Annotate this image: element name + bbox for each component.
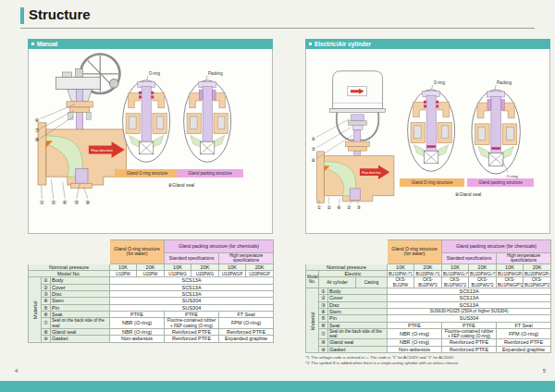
table-row: ⑨GasketNon-asbestosReinforced PTFEExpand…	[306, 346, 551, 352]
table-cell: 20K	[469, 263, 497, 270]
page-number-right: 5	[543, 368, 546, 374]
electric-packing-detail-drawing: Packing O-ring	[471, 79, 523, 180]
table-cell: ③	[319, 301, 328, 308]
table-cell: Non-asbestos	[110, 336, 165, 342]
table-cell: FPM (O-ring)	[219, 318, 274, 329]
table-cell: SCS13A	[110, 277, 274, 284]
model-no-label: Model No.	[306, 271, 319, 288]
table-cell: ③	[42, 291, 51, 298]
electric-section: Electric/Air cylinder Flow direction	[305, 39, 550, 366]
table-cell: ①	[319, 288, 328, 295]
table-row: ⑧Gland sealNBR (O-ring)Reinforced PTFERe…	[306, 339, 551, 346]
table-cell: Reinforced PTFE	[165, 336, 219, 342]
table-cell: Cover	[328, 295, 388, 301]
table-cell: ⑦	[319, 328, 328, 339]
table-cell: Cover	[51, 284, 110, 290]
oring-seal-mark	[424, 104, 426, 107]
table-cell: Reinforced PTFE	[497, 339, 551, 346]
table-cell: Seat	[51, 312, 110, 318]
table-cell: BU20PW□*1	[414, 271, 442, 277]
table-cell: Seal on the back side of the seal	[51, 318, 110, 329]
table-corner	[29, 240, 110, 264]
table-cell: Fluorine-contained rubber + FEP coating …	[165, 318, 219, 329]
callout-4: ④	[312, 136, 316, 141]
electric-section-title: Electric/Air cylinder	[314, 39, 371, 49]
table-cell: Body	[51, 277, 110, 284]
callout-4: ④	[35, 117, 40, 123]
table-row: ⑥SeatPTFEPTFEFT Seal	[29, 312, 274, 318]
table-cell: 10K	[497, 263, 524, 270]
table-cell: Pin	[51, 304, 110, 311]
packing-seal-mark	[500, 100, 504, 110]
table-row: ③DiscSCS13A	[29, 291, 274, 298]
manual-section-header: Manual	[28, 39, 273, 49]
callout-9: ⑨	[85, 200, 90, 205]
table-cell: FT Seal	[497, 322, 551, 328]
table-cell: ④	[319, 308, 328, 314]
col-group-packing: Gland packing structure (for chemicals)	[442, 240, 551, 253]
col-group-oring: Gland O-ring structure (for water)	[110, 240, 165, 264]
table-row: Model No.ElectricBU10PW□*1BU20PW□*1BU10P…	[306, 271, 551, 277]
row-label-pressure: Nominal pressure	[306, 263, 388, 270]
manual-oring-detail-drawing: O-ring	[121, 69, 173, 164]
table-cell: FT Seal	[219, 312, 274, 318]
caption-gland-packing: Gland packing structure	[177, 169, 243, 178]
col-sub-standard: Standard specifications	[165, 253, 219, 264]
table-cell: Fluorine-contained rubber + FEP coating …	[442, 328, 497, 339]
callout-8: ⑧	[312, 157, 316, 163]
table-cell: 20K	[524, 263, 551, 270]
table-cell: Gasket	[328, 346, 388, 352]
table-cell: 20K	[414, 263, 442, 270]
table-row: Nominal pressure10K20K10K20K10K20K	[306, 263, 551, 270]
section-bullet-icon	[309, 43, 312, 45]
caption-gland-oring: Gland O-ring structure	[400, 178, 464, 187]
gland-seal-note: ⑧Gland seal	[417, 191, 519, 197]
table-cell: U20PWG	[191, 271, 219, 277]
electric-spec-table: Gland O-ring structure (for water)Gland …	[305, 239, 551, 353]
material-label: Material	[306, 288, 319, 353]
table-cell: CKS-BU1PWG*2	[442, 277, 469, 288]
table-cell: ⑨	[42, 336, 51, 342]
bottom-accent-bar	[0, 381, 555, 392]
table-cell: CKS-BU2PWG*2	[469, 277, 497, 288]
manual-spec-table: Gland O-ring structure (for water)Gland …	[28, 239, 274, 343]
title-accent-bar	[20, 7, 24, 24]
callout-2: ②	[51, 200, 56, 205]
table-row: ②CoverSCS13A	[29, 284, 274, 290]
table-cell: NBR (O-ring)	[110, 328, 165, 335]
callout-3: ③	[74, 200, 79, 205]
table-cell: ⑥	[319, 322, 328, 328]
table-cell: 10K	[388, 263, 414, 270]
section-bullet-icon	[31, 43, 34, 45]
row-label-pressure: Nominal pressure	[29, 263, 110, 270]
footnote-2: *2: The symbol S is added when there is …	[305, 361, 550, 366]
table-cell: ⑦	[42, 318, 51, 329]
col-sub-hightemp: High temperature specifications	[219, 253, 274, 264]
table-cell: Gasket	[51, 336, 110, 342]
caption-gland-packing: Gland packing structure	[467, 178, 534, 187]
table-cell: Body	[328, 288, 388, 295]
table-cell: 10K	[110, 263, 137, 270]
oring-seal-mark	[151, 95, 154, 98]
callout-1: ①	[40, 200, 44, 205]
table-cell: Expanded graphite	[497, 346, 551, 352]
manual-diagram-box: Flow direction ④ ⑦ ⑧ ① ② ⑥ ③ ⑨ O-ring	[28, 49, 273, 234]
table-row: ⑦Seal on the back side of the sealNBR (O…	[29, 318, 274, 329]
oring-seal-mark	[139, 95, 142, 98]
callout-1: ①	[317, 204, 322, 210]
oring-seal-mark	[139, 92, 142, 94]
table-cell: Gland seal	[328, 339, 388, 346]
table-row: Gland O-ring structure (for water)Gland …	[306, 240, 551, 253]
table-cell: BU10PW□*1	[388, 271, 414, 277]
row-label-aircylinder: Air cylinder	[319, 277, 356, 288]
table-cell: FPM (O-ring)	[497, 328, 551, 339]
table-cell: ⑤	[319, 315, 328, 322]
row-label-casting: Casting	[356, 277, 388, 288]
table-cell: SUS304	[110, 298, 274, 304]
footnotes: *1: The voltage code is entered in □. Th…	[305, 355, 550, 366]
table-cell: ⑥	[42, 312, 51, 318]
packing-label: Packing	[497, 80, 512, 85]
table-cell: Reinforced PTFE	[442, 346, 497, 352]
table-cell: NBR (O-ring)	[388, 339, 442, 346]
table-cell: CKS-BU2PWGP*2	[524, 277, 551, 288]
